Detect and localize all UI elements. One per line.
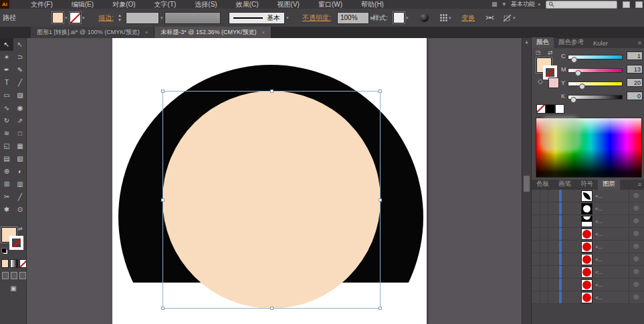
slider-knob[interactable] (570, 97, 576, 103)
tool-icon-r13c1[interactable]: ✂ (0, 190, 13, 203)
layer-target-icon[interactable]: ◎ (633, 268, 639, 275)
white-swatch[interactable] (555, 104, 564, 114)
close-icon[interactable]: × (145, 29, 148, 35)
layer-row-1[interactable]: <...◎ (532, 190, 644, 202)
tool-icon-r11c1[interactable]: ⊕ (0, 165, 13, 178)
menu-item-9[interactable]: 帮助(H) (352, 0, 393, 9)
tool-icon-r1c2[interactable]: ↖ (13, 38, 27, 51)
tool-icon-r13c2[interactable]: ╱ (13, 190, 27, 203)
tool-icon-r6c2[interactable]: ◉ (13, 102, 27, 114)
document-tab-2[interactable]: 未标题-3* @ 152.36% (CMYK/预览)× (154, 27, 272, 38)
layer-thumbnail-red[interactable] (581, 241, 593, 253)
tool-icon-r4c1[interactable]: T (0, 76, 13, 89)
isolate-selected-object-button[interactable] (486, 9, 494, 27)
close-icon[interactable]: × (262, 29, 265, 35)
tool-icon-r3c2[interactable]: ✎ (13, 63, 27, 76)
layer-thumbnail-red[interactable] (581, 267, 593, 278)
fill-swatch[interactable] (52, 12, 64, 23)
fill-color-control[interactable]: ▾ (52, 9, 68, 27)
menu-item-4[interactable]: 文字(T) (145, 0, 186, 9)
layer-thumbnail-red[interactable] (581, 279, 593, 291)
layer-thumbnail-crescent[interactable] (581, 216, 593, 227)
stepper-down-icon[interactable]: ▼ (118, 18, 122, 23)
handle-middle-left[interactable] (161, 198, 165, 202)
stepper-up-icon[interactable]: ▲ (118, 13, 122, 18)
chevron-down-icon[interactable]: ▾ (160, 15, 163, 21)
none-button[interactable] (19, 259, 27, 268)
stroke-weight-field[interactable]: ▾ (126, 9, 163, 27)
layer-row-6[interactable]: <...◎ (532, 253, 644, 266)
scrollbar-thumb[interactable] (524, 176, 530, 192)
layer-row-8[interactable]: <...◎ (532, 279, 644, 291)
recolor-artwork-button[interactable] (420, 9, 429, 27)
layer-target-icon[interactable]: ◎ (633, 255, 639, 262)
tool-icon-r2c1[interactable]: ✶ (0, 51, 13, 63)
opacity-panel-link[interactable]: 不透明度: (302, 9, 331, 27)
layer-target-icon[interactable]: ◎ (633, 281, 639, 287)
layer-target-icon[interactable]: ◎ (633, 204, 639, 211)
layer-thumbnail-circle[interactable] (581, 203, 593, 214)
slider-value-field[interactable]: 0 (627, 92, 643, 100)
scroll-up-icon[interactable]: ▲ (522, 38, 531, 46)
arrange-documents-dropdown-icon[interactable]: ▾ (502, 0, 506, 9)
tool-icon-r14c2[interactable]: ⊙ (13, 203, 27, 216)
search-input[interactable] (546, 1, 617, 9)
handle-bottom-left[interactable] (161, 307, 165, 310)
swap-fill-stroke-icon[interactable]: ⇄ (18, 226, 23, 232)
menu-item-8[interactable]: 窗口(W) (309, 0, 352, 9)
color-button[interactable] (1, 259, 9, 268)
none-swatch[interactable] (536, 104, 546, 114)
tool-icon-r10c1[interactable]: ▤ (0, 152, 13, 165)
tool-icon-r12c1[interactable]: ⊞ (0, 178, 13, 190)
out-of-gamut-cube-icon[interactable]: ◇ (538, 77, 543, 85)
layer-target-icon[interactable]: ◎ (633, 242, 639, 249)
default-fill-stroke-icon[interactable]: ◳ (536, 49, 541, 55)
handle-top-center[interactable] (270, 90, 274, 93)
swap-fill-stroke-icon[interactable]: ⇄ (548, 49, 553, 56)
tool-icon-r3c1[interactable]: ✒ (0, 63, 13, 76)
handle-middle-right[interactable] (379, 198, 382, 202)
layer-thumbnail-red[interactable] (581, 292, 593, 303)
layer-target-icon[interactable]: ◎ (633, 192, 639, 198)
tab-color-2[interactable]: 颜色参考 (554, 37, 588, 48)
slider-knob[interactable] (575, 70, 581, 76)
opacity-field[interactable]: 100%▶ (337, 9, 374, 27)
workspace-switcher[interactable]: 基本功能 ▾ (511, 0, 540, 9)
layer-row-9[interactable]: <...◎ (532, 291, 644, 304)
document-tab-1[interactable]: 图形1 [转换].ai* @ 100% (CMYK/预览)× (31, 27, 154, 38)
layer-row-5[interactable]: <...◎ (532, 240, 644, 253)
layer-target-icon[interactable]: ◎ (633, 293, 639, 300)
tool-icon-r8c2[interactable]: □ (13, 127, 27, 140)
menu-item-1[interactable]: 文件(F) (21, 0, 62, 9)
stroke-weight-stepper[interactable]: ▲▼ (118, 9, 122, 27)
handle-top-left[interactable] (161, 90, 165, 93)
black-swatch[interactable] (546, 104, 555, 114)
chevron-down-icon[interactable]: ▾ (286, 15, 289, 21)
tool-icon-r5c2[interactable]: ▨ (13, 89, 27, 102)
slider-value-field[interactable]: 13 (627, 65, 643, 73)
layer-thumbnail-leaf[interactable] (581, 190, 593, 202)
handle-top-right[interactable] (379, 90, 382, 93)
stroke-proxy-swatch[interactable] (9, 236, 23, 250)
variable-width-profile-dropdown[interactable]: ▾ (165, 9, 221, 27)
tab-panel-3[interactable]: 符号 (576, 179, 598, 190)
vertical-scrollbar[interactable]: ▲ (522, 38, 531, 324)
brush-definition-dropdown[interactable]: 基本▾ (229, 9, 289, 27)
layer-target-icon[interactable]: ◎ (633, 217, 639, 224)
slider-value-field[interactable]: 1 (627, 51, 643, 60)
draw-behind-button[interactable] (11, 272, 17, 279)
tool-icon-r2c2[interactable]: ⊃ (13, 51, 27, 63)
tab-color-3[interactable]: Kuler (588, 39, 613, 48)
tool-icon-r11c2[interactable]: ◐ (13, 165, 27, 178)
menu-item-5[interactable]: 选择(S) (185, 0, 226, 9)
tool-icon-r4c2[interactable]: ╱ (13, 76, 27, 89)
tab-panel-4[interactable]: 图层 (598, 179, 620, 190)
tool-icon-r10c2[interactable]: ▧ (13, 152, 27, 165)
menu-item-3[interactable]: 对象(O) (103, 0, 144, 9)
handle-bottom-right[interactable] (379, 307, 382, 310)
tab-color-1[interactable]: 颜色 (532, 37, 554, 48)
tool-icon-r9c2[interactable]: ▦ (13, 140, 27, 152)
default-fill-stroke-icon[interactable] (1, 248, 8, 255)
menu-item-2[interactable]: 编辑(E) (62, 0, 103, 9)
tool-icon-r9c1[interactable]: ◱ (0, 140, 13, 152)
